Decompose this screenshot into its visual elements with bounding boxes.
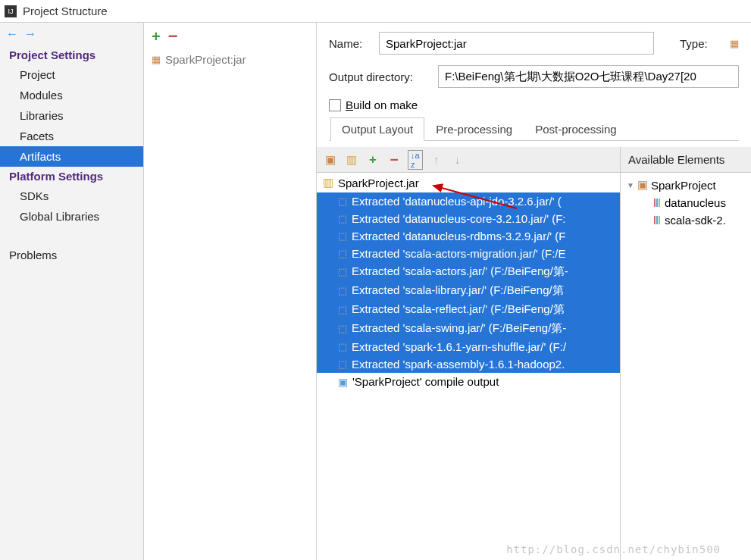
extracted-item[interactable]: ⬚Extracted 'scala-reflect.jar/' (F:/BeiF… — [317, 300, 620, 319]
library-label: scala-sdk-2. — [665, 214, 726, 227]
forward-arrow-icon[interactable]: → — [24, 27, 36, 41]
available-elements-panel: Available Elements ▼ ▣ SparkProject data… — [621, 147, 751, 560]
section-project-settings: Project Settings — [0, 45, 143, 64]
tab-pre-processing[interactable]: Pre-processing — [424, 117, 524, 140]
jar-artifact-icon: ▦ — [152, 54, 161, 65]
extract-icon: ⬚ — [338, 323, 347, 334]
name-label: Name: — [329, 37, 368, 50]
output-toolbar: ▣ ▥ + − ↓az ↑ ↓ — [317, 147, 620, 173]
sidebar-item-global-libraries[interactable]: Global Libraries — [0, 206, 143, 227]
sidebar: ← → Project Settings Project Modules Lib… — [0, 23, 144, 560]
output-tree: ▥ SparkProject.jar ⬚Extracted 'datanucle… — [317, 173, 620, 560]
available-elements-header: Available Elements — [621, 147, 751, 173]
create-archive-icon[interactable]: ▥ — [344, 153, 359, 167]
sidebar-item-sdks[interactable]: SDKs — [0, 186, 143, 206]
add-artifact-icon[interactable]: + — [152, 28, 161, 45]
artifacts-list-panel: + − ▦ SparkProject:jar — [144, 23, 317, 560]
back-arrow-icon[interactable]: ← — [6, 27, 18, 41]
sidebar-item-problems[interactable]: Problems — [0, 245, 143, 265]
extracted-item[interactable]: ⬚Extracted 'scala-library.jar/' (F:/BeiF… — [317, 281, 620, 300]
extracted-item[interactable]: ⬚Extracted 'datanucleus-api-jdo-3.2.6.ja… — [317, 192, 620, 210]
library-label: datanucleus — [665, 196, 726, 209]
name-row: Name: Type: ▦ — [329, 32, 739, 55]
move-up-icon: ↑ — [429, 153, 444, 166]
sidebar-item-artifacts[interactable]: Artifacts — [0, 146, 143, 167]
form-area: Name: Type: ▦ Output directory: Build on… — [317, 23, 751, 147]
extracted-item[interactable]: ⬚Extracted 'scala-swing.jar/' (F:/BeiFen… — [317, 319, 620, 338]
extract-icon: ⬚ — [338, 266, 347, 277]
sidebar-item-modules[interactable]: Modules — [0, 85, 143, 105]
tab-output-layout[interactable]: Output Layout — [330, 117, 424, 141]
available-library-item[interactable]: datanucleus — [624, 194, 748, 211]
add-copy-icon[interactable]: + — [365, 152, 380, 167]
create-dir-icon[interactable]: ▣ — [323, 153, 338, 167]
tabs: Output Layout Pre-processing Post-proces… — [329, 117, 739, 141]
move-down-icon: ↓ — [450, 153, 465, 166]
compile-output-item[interactable]: ▣'SparkProject' compile output — [317, 373, 620, 390]
content-area: ← → Project Settings Project Modules Lib… — [0, 23, 751, 560]
extracted-item[interactable]: ⬚Extracted 'datanucleus-core-3.2.10.jar/… — [317, 210, 620, 227]
extract-icon: ⬚ — [338, 248, 347, 259]
sort-icon[interactable]: ↓az — [408, 150, 423, 170]
artifacts-toolbar: + − — [144, 23, 316, 50]
available-tree: ▼ ▣ SparkProject datanucleus scala-sdk-2… — [621, 173, 751, 232]
extracted-item[interactable]: ⬚Extracted 'spark-1.6.1-yarn-shuffle.jar… — [317, 338, 620, 355]
name-input[interactable] — [379, 32, 654, 55]
layout-area: ▣ ▥ + − ↓az ↑ ↓ ▥ SparkProject.jar ⬚Extr… — [317, 147, 751, 560]
extract-icon: ⬚ — [338, 196, 347, 207]
extract-icon: ⬚ — [338, 341, 347, 352]
available-root-label: SparkProject — [651, 179, 716, 192]
module-icon: ▣ — [637, 178, 648, 192]
type-label: Type: — [680, 37, 719, 50]
library-icon — [654, 199, 660, 207]
output-root[interactable]: ▥ SparkProject.jar — [317, 173, 620, 192]
extract-icon: ⬚ — [338, 358, 347, 370]
build-on-make-row: Build on make — [329, 99, 739, 111]
tab-post-processing[interactable]: Post-processing — [524, 117, 628, 140]
section-platform-settings: Platform Settings — [0, 167, 143, 186]
remove-item-icon[interactable]: − — [386, 152, 402, 168]
extract-icon: ⬚ — [338, 213, 347, 224]
build-on-make-checkbox[interactable] — [329, 99, 341, 111]
extracted-item[interactable]: ⬚Extracted 'datanucleus-rdbms-3.2.9.jar/… — [317, 227, 620, 245]
output-dir-row: Output directory: — [329, 65, 739, 88]
app-icon: IJ — [5, 5, 17, 17]
compile-output-icon: ▣ — [338, 376, 348, 388]
extract-icon: ⬚ — [338, 304, 347, 315]
output-dir-input[interactable] — [438, 65, 739, 88]
remove-artifact-icon[interactable]: − — [168, 27, 178, 46]
expand-triangle-icon[interactable]: ▼ — [627, 181, 634, 189]
extracted-item[interactable]: ⬚Extracted 'scala-actors-migration.jar/'… — [317, 245, 620, 262]
extract-icon: ⬚ — [338, 285, 347, 296]
sidebar-item-facets[interactable]: Facets — [0, 126, 143, 146]
sidebar-item-libraries[interactable]: Libraries — [0, 105, 143, 126]
extract-icon: ⬚ — [338, 230, 347, 242]
titlebar: IJ Project Structure — [0, 0, 751, 23]
main-panel: Name: Type: ▦ Output directory: Build on… — [317, 23, 751, 560]
output-dir-label: Output directory: — [329, 70, 427, 83]
jar-icon: ▥ — [323, 176, 333, 189]
type-icon: ▦ — [730, 38, 739, 49]
available-root[interactable]: ▼ ▣ SparkProject — [624, 176, 748, 194]
sidebar-item-project[interactable]: Project — [0, 64, 143, 85]
available-library-item[interactable]: scala-sdk-2. — [624, 211, 748, 229]
extracted-item[interactable]: ⬚Extracted 'scala-actors.jar/' (F:/BeiFe… — [317, 262, 620, 281]
window-title: Project Structure — [23, 5, 108, 17]
watermark: http://blog.csdn.net/chybin500 — [506, 543, 721, 555]
artifact-list-item[interactable]: ▦ SparkProject:jar — [144, 50, 316, 69]
extracted-item[interactable]: ⬚Extracted 'spark-assembly-1.6.1-hadoop2… — [317, 355, 620, 373]
library-icon — [654, 216, 660, 224]
build-on-make-label: Build on make — [346, 99, 418, 111]
output-root-label: SparkProject.jar — [338, 177, 419, 189]
output-layout-panel: ▣ ▥ + − ↓az ↑ ↓ ▥ SparkProject.jar ⬚Extr… — [317, 147, 621, 560]
sidebar-nav: ← → — [0, 23, 143, 45]
artifact-name: SparkProject:jar — [165, 53, 246, 66]
